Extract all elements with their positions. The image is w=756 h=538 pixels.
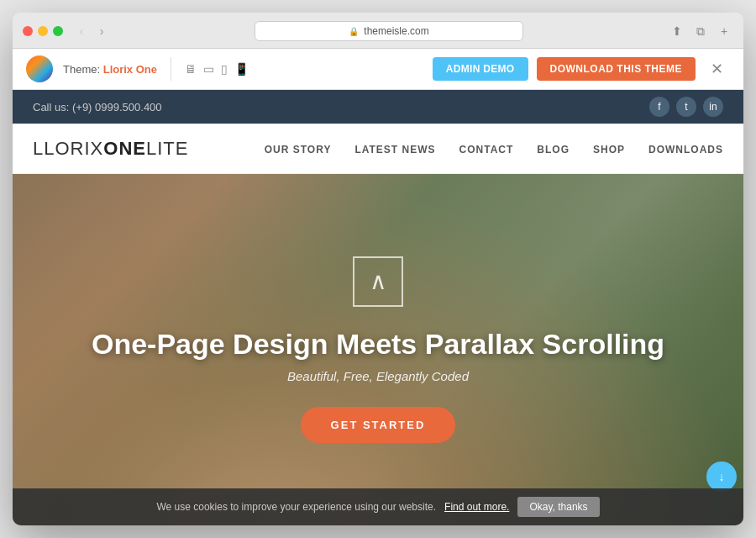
- minimize-button[interactable]: [38, 26, 48, 36]
- mobile-icon[interactable]: 📱: [234, 62, 249, 76]
- twitter-icon[interactable]: t: [676, 97, 696, 117]
- hero-icon-symbol: ∧: [370, 267, 387, 295]
- download-theme-button[interactable]: DOWNLOAD THIS THEME: [537, 57, 696, 81]
- cookie-message: We use cookies to improve your experienc…: [156, 501, 436, 513]
- scroll-indicator[interactable]: ↓: [706, 462, 737, 492]
- menu-item-shop[interactable]: SHOP: [593, 141, 625, 156]
- site-topbar: Call us: (+9) 0999.500.400 f t in: [13, 90, 743, 124]
- cookie-find-out-more-link[interactable]: Find out more.: [444, 501, 509, 513]
- menu-item-blog[interactable]: BLOG: [537, 141, 570, 156]
- get-started-button[interactable]: GET STARTED: [301, 407, 456, 443]
- themeisle-logo: [26, 55, 53, 82]
- url-text: themeisle.com: [364, 25, 428, 37]
- tablet-icon[interactable]: ▭: [203, 62, 214, 76]
- hero-logo-icon: ∧: [353, 256, 403, 307]
- social-icons: f t in: [649, 97, 723, 117]
- menu-item-our-story[interactable]: OUR STORY: [265, 141, 332, 156]
- nav-arrows: ‹ ›: [73, 23, 110, 40]
- logo-part1: Llorix: [33, 138, 103, 159]
- menu-item-latest-news[interactable]: LATEST NEWS: [354, 141, 435, 156]
- tablet-portrait-icon[interactable]: ▯: [221, 62, 228, 76]
- cookie-ok-button[interactable]: Okay, thanks: [517, 497, 599, 517]
- new-tab-icon[interactable]: ⧉: [691, 22, 710, 40]
- theme-name-link[interactable]: Llorix One: [103, 63, 157, 76]
- linkedin-icon[interactable]: in: [703, 97, 723, 117]
- add-tab-icon[interactable]: +: [715, 22, 733, 40]
- traffic-lights: [23, 26, 63, 36]
- hero-title: One-Page Design Meets Parallax Scrolling: [92, 327, 664, 361]
- site-menu: OUR STORY LATEST NEWS CONTACT BLOG SHOP …: [265, 141, 723, 156]
- device-icons: 🖥 ▭ ▯ 📱: [185, 62, 249, 76]
- logo-part2: One: [103, 138, 146, 159]
- menu-item-downloads[interactable]: DOWNLOADS: [648, 141, 723, 156]
- hero-section: ∧ One-Page Design Meets Parallax Scrolli…: [13, 174, 743, 525]
- phone-number: Call us: (+9) 0999.500.400: [33, 101, 162, 113]
- site-logo: LlorixOneLite: [33, 138, 188, 160]
- theme-label: Theme: Llorix One: [63, 63, 157, 76]
- browser-chrome: ‹ › 🔒 themeisle.com ⬆ ⧉ +: [13, 13, 743, 49]
- hero-content: ∧ One-Page Design Meets Parallax Scrolli…: [75, 240, 681, 461]
- site-nav: LlorixOneLite OUR STORY LATEST NEWS CONT…: [13, 124, 743, 174]
- facebook-icon[interactable]: f: [649, 97, 669, 117]
- share-icon[interactable]: ⬆: [668, 22, 686, 40]
- logo-part3: Lite: [146, 138, 188, 159]
- website-frame: Call us: (+9) 0999.500.400 f t in Llorix…: [13, 90, 743, 525]
- themeisle-bar: Theme: Llorix One 🖥 ▭ ▯ 📱 ADMIN DEMO DOW…: [13, 49, 743, 90]
- address-bar[interactable]: 🔒 themeisle.com: [255, 21, 523, 41]
- maximize-button[interactable]: [53, 26, 63, 36]
- browser-window: ‹ › 🔒 themeisle.com ⬆ ⧉ + Theme: Llorix …: [13, 13, 743, 525]
- lock-icon: 🔒: [349, 27, 359, 36]
- vertical-divider: [171, 57, 171, 81]
- hero-subtitle: Beautiful, Free, Elegantly Coded: [92, 369, 664, 383]
- desktop-icon[interactable]: 🖥: [185, 62, 197, 76]
- back-arrow[interactable]: ‹: [73, 23, 90, 40]
- admin-demo-button[interactable]: ADMIN DEMO: [433, 57, 528, 81]
- browser-actions: ⬆ ⧉ +: [668, 22, 733, 40]
- close-button[interactable]: [23, 26, 33, 36]
- address-bar-container: 🔒 themeisle.com: [117, 21, 661, 41]
- forward-arrow[interactable]: ›: [93, 23, 110, 40]
- menu-item-contact[interactable]: CONTACT: [459, 141, 514, 156]
- close-themeisle-button[interactable]: ✕: [704, 56, 730, 82]
- cookie-bar: We use cookies to improve your experienc…: [13, 488, 743, 525]
- themeisle-actions: ADMIN DEMO DOWNLOAD THIS THEME ✕: [433, 56, 730, 82]
